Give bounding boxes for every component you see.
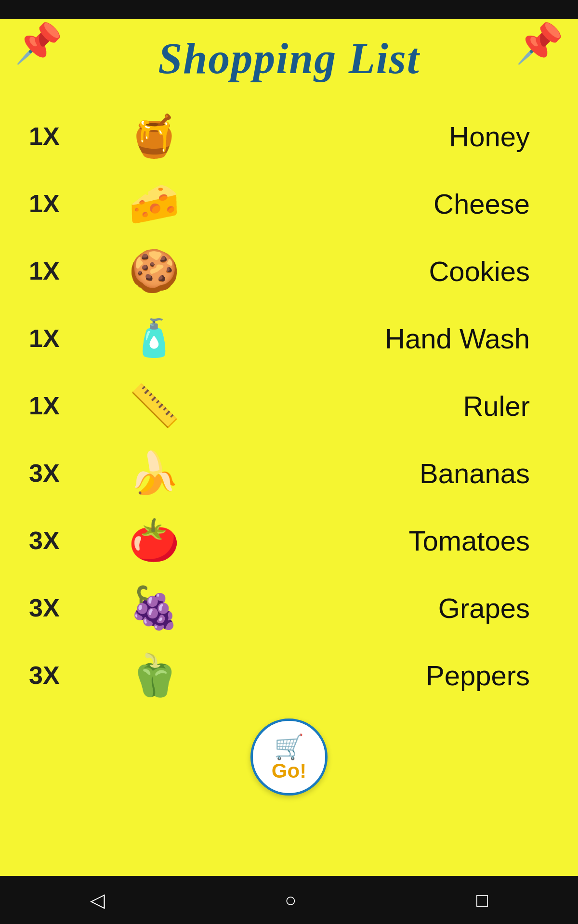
item-name: Bananas: [202, 457, 549, 489]
item-icon-cell: 🍌: [106, 449, 202, 497]
list-item: 1X 📏 Ruler: [0, 372, 578, 439]
item-qty: 1X: [29, 391, 106, 420]
item-qty: 1X: [29, 122, 106, 151]
home-button[interactable]: ○: [285, 889, 296, 911]
item-qty: 3X: [29, 593, 106, 622]
item-icon-cell: 🧀: [106, 180, 202, 228]
item-name: Peppers: [202, 659, 549, 692]
list-item: 3X 🍅 Tomatoes: [0, 507, 578, 574]
item-name: Grapes: [202, 592, 549, 624]
item-qty: 3X: [29, 459, 106, 488]
item-icon: 🍇: [129, 584, 180, 632]
item-name: Hand Wash: [202, 322, 549, 355]
item-name: Cheese: [202, 188, 549, 220]
item-icon: 🫑: [129, 651, 180, 699]
item-icon: 🧀: [129, 180, 180, 228]
list-item: 1X 🍪 Cookies: [0, 237, 578, 305]
item-icon: 🧴: [131, 317, 177, 359]
item-icon-cell: 🍯: [106, 112, 202, 160]
item-qty: 1X: [29, 189, 106, 218]
go-button[interactable]: 🛒 Go!: [250, 719, 328, 796]
item-qty: 3X: [29, 661, 106, 690]
page-title: Shopping List: [158, 34, 420, 83]
item-name: Ruler: [202, 390, 549, 422]
item-icon-cell: 📏: [106, 382, 202, 430]
pin-left-icon: 📌: [14, 24, 63, 63]
shopping-list: 1X 🍯 Honey 1X 🧀 Cheese 1X 🍪 Cookies 1X 🧴…: [0, 93, 578, 876]
item-icon: 📏: [129, 382, 180, 430]
recents-button[interactable]: □: [476, 889, 488, 911]
item-qty: 3X: [29, 526, 106, 555]
item-name: Tomatoes: [202, 525, 549, 557]
top-bar: [0, 0, 578, 19]
item-qty: 1X: [29, 324, 106, 353]
cart-icon: 🛒: [274, 733, 304, 761]
back-button[interactable]: ◁: [90, 889, 105, 911]
item-icon: 🍌: [129, 449, 180, 497]
item-icon: 🍯: [129, 112, 180, 160]
item-icon: 🍪: [129, 247, 180, 295]
bottom-nav-bar: ◁ ○ □: [0, 876, 578, 924]
pin-right-icon: 📌: [515, 24, 564, 63]
go-button-container: 🛒 Go!: [0, 709, 578, 810]
go-label: Go!: [272, 761, 306, 781]
item-icon-cell: 🧴: [106, 317, 202, 359]
list-item: 1X 🍯 Honey: [0, 103, 578, 170]
item-icon-cell: 🫑: [106, 651, 202, 699]
list-item: 1X 🧴 Hand Wash: [0, 305, 578, 372]
item-name: Honey: [202, 120, 549, 153]
list-item: 1X 🧀 Cheese: [0, 170, 578, 237]
item-qty: 1X: [29, 257, 106, 285]
item-icon-cell: 🍅: [106, 516, 202, 565]
list-item: 3X 🫑 Peppers: [0, 642, 578, 709]
item-icon-cell: 🍪: [106, 247, 202, 295]
list-item: 3X 🍇 Grapes: [0, 574, 578, 642]
item-icon: 🍅: [129, 516, 180, 565]
header: 📌 Shopping List 📌: [0, 19, 578, 93]
item-name: Cookies: [202, 255, 549, 287]
item-icon-cell: 🍇: [106, 584, 202, 632]
list-item: 3X 🍌 Bananas: [0, 439, 578, 507]
